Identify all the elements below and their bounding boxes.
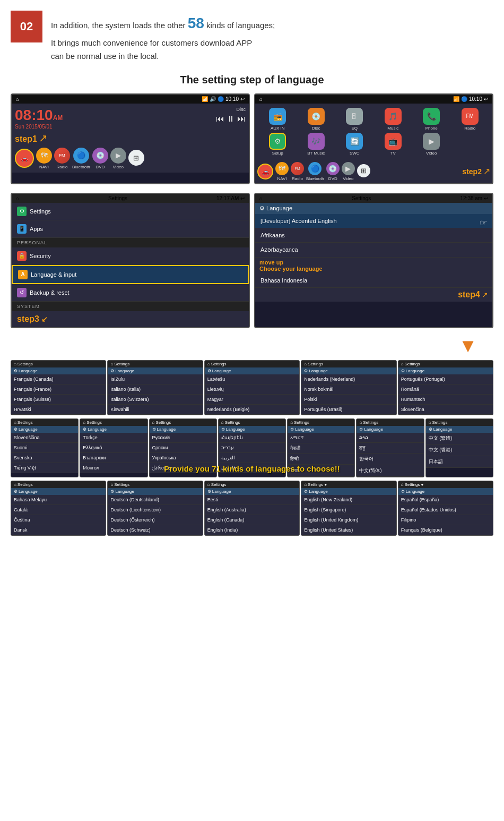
mini-lang-item[interactable]: Français (Belgique) bbox=[398, 525, 493, 535]
mini-lang-item[interactable]: Deutsch (Deutschland) bbox=[108, 495, 202, 505]
lang-item-developer[interactable]: [Developer] Accented English ☞ bbox=[255, 214, 492, 228]
mini-lang-item[interactable]: Français (France) bbox=[11, 384, 106, 395]
mini-lang-item[interactable]: English (United Kingdom) bbox=[301, 515, 396, 525]
mini-lang-item[interactable]: Nederlands (Nederland) bbox=[301, 374, 396, 384]
mini-lang-item[interactable]: 中文 (香港) bbox=[426, 444, 493, 456]
mini-lang-item[interactable]: Svenska bbox=[11, 453, 78, 463]
mini-lang-item[interactable]: Português (Portugal) bbox=[398, 374, 493, 384]
navi-item-2[interactable]: 🗺 NAVI bbox=[275, 162, 289, 181]
mini-lang-item[interactable]: Norsk bokmål bbox=[301, 384, 396, 395]
step4-label: step4 bbox=[458, 290, 480, 299]
settings-item-backup[interactable]: ↺ Backup & reset bbox=[12, 284, 249, 302]
mini-lang-item[interactable]: Ελληνικά bbox=[80, 443, 147, 453]
mini-lang-item[interactable]: עברית bbox=[219, 443, 285, 453]
mini-lang-item[interactable]: ລາວ bbox=[357, 433, 423, 443]
app-btmusic[interactable]: 🎶 BT Music bbox=[298, 133, 335, 156]
mini-lang-item[interactable]: العربية bbox=[219, 453, 285, 463]
mini-lang-item[interactable]: Rumantsch bbox=[398, 395, 493, 405]
mini-lang-item[interactable]: Čeština bbox=[11, 515, 106, 525]
mini-lang-item[interactable]: Українська bbox=[150, 453, 216, 463]
settings-item-security[interactable]: 🔒 Security bbox=[12, 247, 249, 265]
video-item-2[interactable]: ▶ Video bbox=[342, 162, 355, 181]
mini-lang-item[interactable]: 한국어 bbox=[357, 454, 423, 465]
video-item[interactable]: ▶ Video bbox=[110, 148, 126, 169]
mini-lang-item[interactable]: Suomi bbox=[11, 443, 78, 453]
mini-lang-item[interactable]: IsiZulu bbox=[108, 374, 202, 384]
mini-lang-item[interactable]: हिन्दी bbox=[288, 454, 354, 465]
mini-lang-item[interactable]: Kiswahili bbox=[108, 405, 202, 415]
lang-item-afrikaans[interactable]: Afrikaans bbox=[255, 228, 492, 243]
car-icon[interactable]: 🚗 bbox=[15, 149, 34, 168]
mini-lang-item[interactable]: Türkçe bbox=[80, 433, 147, 443]
app-eq[interactable]: 🎚 EQ bbox=[336, 108, 373, 131]
dvd-item-2[interactable]: 💿 DVD bbox=[326, 162, 340, 181]
move-up-container: move up Choose your language bbox=[255, 258, 492, 273]
mini-lang-item[interactable]: 中文 (繁體) bbox=[426, 433, 493, 444]
app-aux-in[interactable]: 📻 AUX IN bbox=[259, 108, 296, 131]
mini-lang-item[interactable]: Français (Canada) bbox=[11, 374, 106, 384]
mini-lang-item[interactable]: English (Australia) bbox=[205, 505, 299, 515]
mini-lang-item[interactable]: Français (Suisse) bbox=[11, 395, 106, 405]
dvd-item[interactable]: 💿 DVD bbox=[92, 148, 108, 169]
car-icon-2[interactable]: 🚗 bbox=[257, 164, 273, 179]
mini-lang-item[interactable]: Hrvatski bbox=[11, 405, 106, 415]
navi-item[interactable]: 🗺 NAVI bbox=[36, 148, 52, 169]
bluetooth-item-2[interactable]: 🔵 Bluetooth bbox=[306, 162, 324, 181]
mini-lang-item[interactable]: Dansk bbox=[11, 525, 106, 535]
app-setup[interactable]: ⚙ Setup bbox=[259, 133, 296, 156]
mini-lang-item[interactable]: አማርኛ bbox=[288, 433, 354, 443]
mini-lang-item[interactable]: Nederlands (België) bbox=[205, 405, 299, 415]
radio-item[interactable]: FM Radio bbox=[54, 148, 70, 169]
mini-lang-item[interactable]: Български bbox=[80, 453, 147, 463]
lang-item-azerbaycanca[interactable]: Azərbaycanca bbox=[255, 243, 492, 258]
app-phone[interactable]: 📞 Phone bbox=[413, 108, 450, 131]
mini-lang-item[interactable]: Italiano (Svizzera) bbox=[108, 395, 202, 405]
mini-lang-item[interactable]: English (Canada) bbox=[205, 515, 299, 525]
mini-lang-item[interactable]: Русский bbox=[150, 433, 216, 443]
lang-item-bahasa[interactable]: Bahasa Indonesia bbox=[255, 273, 492, 288]
app-swc[interactable]: 🔄 SWC bbox=[336, 133, 373, 156]
mini-screen-r1-3: ⌂ Settings ⚙ Language Latviešu Lietuvių … bbox=[204, 360, 300, 415]
mini-lang-item[interactable]: Español (Estados Unidos) bbox=[398, 505, 493, 515]
mini-lang-item[interactable]: Lietuvių bbox=[205, 384, 299, 395]
mini-lang-item[interactable]: Deutsch (Schweiz) bbox=[108, 525, 202, 535]
grid-item[interactable]: ⊞ bbox=[128, 150, 144, 167]
grid-item-2[interactable]: ⊞ bbox=[357, 164, 370, 178]
bluetooth-item[interactable]: 🔵 Bluetooth bbox=[72, 148, 90, 169]
app-tv[interactable]: 📺 TV bbox=[375, 133, 412, 156]
prev-btn[interactable]: ⏮ bbox=[216, 114, 224, 124]
app-music[interactable]: 🎵 Music bbox=[375, 108, 412, 131]
mini-lang-item[interactable]: Slovenščina bbox=[11, 433, 78, 443]
mini-lang-item[interactable]: ਗੁਰੂ bbox=[357, 443, 423, 454]
mini-lang-item[interactable]: Eesti bbox=[205, 495, 299, 505]
mini-lang-item[interactable]: Deutsch (Liechtenstein) bbox=[108, 505, 202, 515]
app-video[interactable]: ▶ Video bbox=[413, 133, 450, 156]
app-radio[interactable]: FM Radio bbox=[452, 108, 489, 131]
settings-item-language[interactable]: A Language & input bbox=[12, 265, 249, 284]
mini-lang-item[interactable]: Latviešu bbox=[205, 374, 299, 384]
mini-lang-item[interactable]: English (United States) bbox=[301, 525, 396, 535]
mini-lang-item[interactable]: Español (España) bbox=[398, 495, 493, 505]
mini-lang-item[interactable]: Српски bbox=[150, 443, 216, 453]
mini-lang-item[interactable]: Slovenčina bbox=[398, 405, 493, 415]
mini-lang-item[interactable]: Bahasa Melayu bbox=[11, 495, 106, 505]
mini-lang-item[interactable]: Filipino bbox=[398, 515, 493, 525]
mini-lang-item[interactable]: Հայերեն bbox=[219, 433, 285, 443]
mini-lang-item[interactable]: Română bbox=[398, 384, 493, 395]
mini-lang-item[interactable]: English (New Zealand) bbox=[301, 495, 396, 505]
settings-item-apps[interactable]: 📱 Apps bbox=[12, 220, 249, 238]
app-disc[interactable]: 💿 Disc bbox=[298, 108, 335, 131]
mini-lang-item[interactable]: नेपाली bbox=[288, 443, 354, 454]
mini-lang-item[interactable]: Català bbox=[11, 505, 106, 515]
mini-lang-item[interactable]: Polski bbox=[301, 395, 396, 405]
mini-lang-item[interactable]: Português (Brasil) bbox=[301, 405, 396, 415]
mini-lang-item[interactable]: English (Singapore) bbox=[301, 505, 396, 515]
settings-item-main[interactable]: ⚙ Settings bbox=[12, 203, 249, 220]
radio-item-2[interactable]: FM Radio bbox=[291, 162, 304, 181]
play-btn[interactable]: ⏸ bbox=[227, 114, 235, 124]
mini-lang-item[interactable]: Deutsch (Österreich) bbox=[108, 515, 202, 525]
mini-lang-item[interactable]: Italiano (Italia) bbox=[108, 384, 202, 395]
mini-lang-item[interactable]: Magyar bbox=[205, 395, 299, 405]
next-btn[interactable]: ⏭ bbox=[237, 114, 246, 124]
mini-lang-item[interactable]: English (India) bbox=[205, 525, 299, 535]
